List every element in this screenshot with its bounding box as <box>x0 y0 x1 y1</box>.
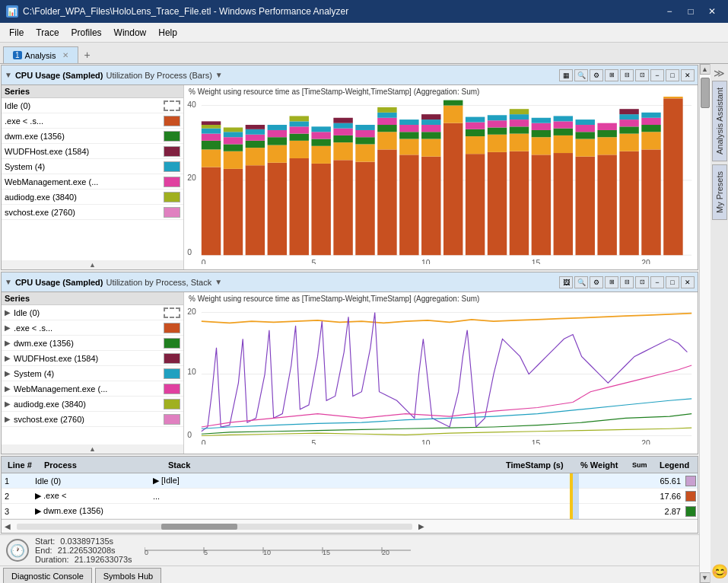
menu-profiles[interactable]: Profiles <box>65 25 108 40</box>
series-item[interactable]: dwm.exe (1356) <box>2 129 183 144</box>
svg-rect-111 <box>619 114 638 119</box>
expand-arrow[interactable]: ▶ <box>5 339 11 347</box>
scroll-track[interactable] <box>700 75 711 572</box>
menu-window[interactable]: Window <box>108 25 153 40</box>
series-scroll-up[interactable]: ▲ <box>2 260 183 269</box>
scroll-handle[interactable] <box>701 78 710 108</box>
timeline-scroll-left[interactable]: ◀ <box>5 522 11 530</box>
series-item[interactable]: ▶ WebManagement.exe (... <box>2 381 183 397</box>
series-name: System (4) <box>14 369 161 378</box>
end-value: 21.226530208s <box>58 546 116 555</box>
table-row[interactable]: 1 Idle (0) ▶ [Idle] 65.61 <box>2 473 698 489</box>
panel1-chart[interactable]: 40 20 0 <box>186 97 696 268</box>
menu-help[interactable]: Help <box>152 25 183 40</box>
panel2-layout3-icon[interactable]: ⊡ <box>635 276 649 288</box>
panel2-chart-title: % Weight using resource time as [TimeSta… <box>186 294 696 304</box>
series-item[interactable]: WebManagement.exe (... <box>2 174 183 190</box>
expand-arrow[interactable]: ▶ <box>5 384 11 393</box>
panel2-collapse-arrow[interactable]: ▼ <box>5 278 12 286</box>
svg-rect-107 <box>619 151 638 256</box>
expand-arrow[interactable]: ▶ <box>5 308 11 317</box>
expand-arrow[interactable]: ▶ <box>5 323 11 332</box>
series-item[interactable]: svchost.exe (2760) <box>2 205 183 220</box>
graphs-scrollbar[interactable]: ▲ ▼ <box>699 64 710 583</box>
maximize-button[interactable]: □ <box>681 4 701 19</box>
series-item[interactable]: ▶ System (4) <box>2 366 183 381</box>
svg-rect-82 <box>510 151 529 256</box>
series-item[interactable]: ▶ audiodg.exe (3840) <box>2 397 183 412</box>
panel1-series-list[interactable]: Idle (0) .exe < .s... dwm.exe (1356) <box>2 98 183 260</box>
series-item[interactable]: System (4) <box>2 159 183 174</box>
panel1-search-icon[interactable]: 🔍 <box>574 69 588 81</box>
panel2-image-icon[interactable]: 🖼 <box>559 276 573 288</box>
panel2-dropdown-arrow[interactable]: ▼ <box>215 278 222 286</box>
panel2-chart[interactable]: 20 10 0 <box>186 304 696 452</box>
svg-text:0: 0 <box>187 431 192 439</box>
series-name: svchost.exe (2760) <box>14 415 161 424</box>
svg-rect-37 <box>311 146 330 164</box>
panel2-layout2-icon[interactable]: ⊟ <box>620 276 634 288</box>
svg-rect-59 <box>399 139 418 155</box>
series-item[interactable]: Idle (0) <box>2 98 183 113</box>
table-row[interactable]: 2 ▶ .exe < ... 17.66 <box>2 489 698 504</box>
panel1-collapse-arrow[interactable]: ▼ <box>5 71 12 79</box>
series-item[interactable]: ▶ dwm.exe (1356) <box>2 336 183 351</box>
tab-close-icon[interactable]: ✕ <box>62 51 68 59</box>
sidebar-tab-my-presets[interactable]: My Presets <box>712 164 727 220</box>
panel1-layout3-icon[interactable]: ⊡ <box>635 69 649 81</box>
expand-arrow[interactable]: ▶ <box>5 415 11 423</box>
timeline-scroll-row[interactable]: ◀ ▶ <box>2 519 698 533</box>
minimize-button[interactable]: − <box>660 4 679 19</box>
panel1-close-btn[interactable]: ✕ <box>681 69 695 81</box>
symbols-hub-button[interactable]: Symbols Hub <box>95 568 161 583</box>
panel2-subtitle[interactable]: Utilization by Process, Stack <box>106 278 211 287</box>
panel1-minimize-btn[interactable]: − <box>650 69 664 81</box>
panel1-graph-icon[interactable]: ▦ <box>559 69 573 81</box>
panel2-layout1-icon[interactable]: ⊞ <box>605 276 618 288</box>
table-row[interactable]: 3 ▶ dwm.exe (1356) 2.87 <box>2 504 698 519</box>
panel1-maximize-btn[interactable]: □ <box>666 69 679 81</box>
expand-arrow[interactable]: ▶ <box>5 400 11 408</box>
scroll-up-arrow[interactable]: ▲ <box>700 64 711 75</box>
series-item[interactable]: ▶ WUDFHost.exe (1584) <box>2 351 183 366</box>
sidebar-tab-analysis-assistant[interactable]: Analysis Assistant <box>712 81 727 161</box>
svg-text:0: 0 <box>187 248 192 256</box>
scroll-down-arrow[interactable]: ▼ <box>700 572 711 583</box>
add-tab-button[interactable]: + <box>78 46 97 63</box>
timeline-scroll-right[interactable]: ▶ <box>418 522 424 530</box>
series-item[interactable]: audiodg.exe (3840) <box>2 190 183 205</box>
series-item[interactable]: ▶ svchost.exe (2760) <box>2 412 183 427</box>
panel2-close-btn[interactable]: ✕ <box>681 276 695 288</box>
series-item[interactable]: .exe < .s... <box>2 113 183 129</box>
tab-analysis[interactable]: 1 Analysis ✕ <box>3 46 78 63</box>
series-name: WebManagement.exe (... <box>5 177 161 186</box>
panel2-maximize-btn[interactable]: □ <box>666 276 679 288</box>
status-values: Start: 0.033897135s End: 21.226530208s D… <box>35 537 132 564</box>
panel2-search-icon[interactable]: 🔍 <box>574 276 588 288</box>
svg-rect-61 <box>399 125 418 132</box>
series-scroll-down[interactable]: ▲ <box>2 444 183 454</box>
panel1-layout1-icon[interactable]: ⊞ <box>605 69 618 81</box>
panel2-series-list[interactable]: ▶ Idle (0) ▶ .exe < .s... ▶ dwm.exe (135… <box>2 305 183 444</box>
expand-arrow[interactable]: ▶ <box>5 354 11 362</box>
panel1-dropdown-arrow[interactable]: ▼ <box>215 71 223 79</box>
end-label: End: <box>35 546 52 555</box>
panel2-settings-icon[interactable]: ⚙ <box>590 276 603 288</box>
series-item[interactable]: ▶ Idle (0) <box>2 305 183 320</box>
panel2-minimize-btn[interactable]: − <box>650 276 664 288</box>
svg-rect-43 <box>333 135 352 142</box>
svg-rect-86 <box>510 114 529 119</box>
expand-arrow[interactable]: ▶ <box>5 369 11 378</box>
svg-rect-36 <box>311 164 330 255</box>
series-name: .exe < .s... <box>5 116 161 126</box>
series-item[interactable]: WUDFHost.exe (1584) <box>2 144 183 159</box>
panel1-settings-icon[interactable]: ⚙ <box>590 69 603 81</box>
menu-trace[interactable]: Trace <box>30 25 65 40</box>
menu-file[interactable]: File <box>3 25 30 40</box>
panel1-subtitle[interactable]: Utilization By Process (Bars) <box>106 71 211 80</box>
diagnostic-console-button[interactable]: Diagnostic Console <box>3 568 92 583</box>
close-button[interactable]: ✕ <box>702 4 722 19</box>
panel1-layout2-icon[interactable]: ⊟ <box>620 69 634 81</box>
series-item[interactable]: ▶ .exe < .s... <box>2 320 183 336</box>
sidebar-toggle-icon[interactable]: ≫ <box>714 67 725 79</box>
